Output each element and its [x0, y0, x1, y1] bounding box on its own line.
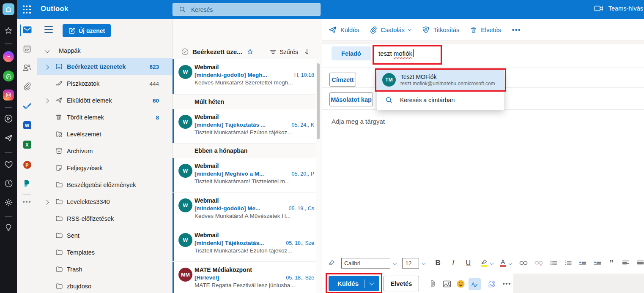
align-justify-icon[interactable] [637, 260, 644, 266]
insert-link-icon[interactable] [519, 260, 528, 266]
settings-gear-icon[interactable] [0, 198, 17, 207]
favorite-star-icon[interactable] [247, 48, 254, 55]
font-color-button[interactable]: A [500, 259, 506, 267]
paper-plane-icon[interactable] [0, 133, 17, 143]
clear-format-brush-icon[interactable] [328, 259, 336, 267]
folder-zbujdoso[interactable]: zbujdoso [37, 278, 173, 293]
select-all-icon[interactable] [181, 48, 189, 56]
message-row[interactable]: W Webmail [mindenki] Tájékoztatás...05. … [173, 227, 318, 262]
heart-icon[interactable] [0, 160, 17, 169]
chevron-down-icon[interactable] [393, 261, 397, 265]
folders-header[interactable]: Mappák [37, 43, 173, 58]
history-clock-icon[interactable] [0, 179, 17, 188]
outdent-icon[interactable] [579, 260, 586, 266]
discard-toolbar-button[interactable]: Elvetés [470, 26, 501, 34]
folder-deleted[interactable]: Törölt elemek 8 [37, 109, 173, 126]
attach-file-icon[interactable] [427, 278, 438, 289]
message-row[interactable]: MM MATE Médiaközpont [Hírlevél]05. 18., … [173, 262, 318, 293]
play-media-icon[interactable] [0, 114, 17, 124]
draw-text-icon[interactable]: A [469, 278, 481, 290]
more-options-icon[interactable]: ••• [512, 27, 521, 33]
teams-call-button[interactable]: Teams-hívás [594, 5, 643, 12]
folder-trash[interactable]: Trash [37, 261, 173, 278]
people-module-icon[interactable] [17, 63, 37, 72]
scrollbar-thumb[interactable] [317, 63, 320, 139]
subject-input[interactable]: Adja meg a tárgyat [332, 118, 385, 125]
more-apps-icon[interactable]: ••• [17, 198, 37, 205]
font-size-select[interactable]: 12 [402, 258, 419, 269]
powerpoint-module-icon[interactable]: P [17, 161, 37, 169]
search-directory-option[interactable]: Keresés a címtárban [377, 90, 504, 110]
attachments-module-icon[interactable] [17, 82, 37, 91]
chevron-down-icon[interactable] [422, 261, 426, 265]
bullet-list-icon[interactable] [550, 260, 557, 266]
underline-button[interactable]: U [466, 259, 471, 267]
calendar-module-icon[interactable] [17, 45, 37, 53]
home-icon[interactable] [3, 3, 14, 15]
emoji-icon[interactable] [455, 278, 466, 289]
message-row[interactable]: W Webmail [mindenki] Tájékoztatás ...05.… [173, 109, 318, 144]
send-options-chevron-icon[interactable] [369, 280, 374, 285]
chevron-right-icon[interactable] [45, 63, 48, 70]
bookmarks-star-icon[interactable] [0, 26, 17, 35]
bookings-module-icon[interactable] [17, 179, 37, 188]
excel-module-icon[interactable]: X [17, 141, 37, 149]
chevron-down-icon[interactable] [490, 261, 494, 265]
instagram-icon[interactable] [0, 90, 17, 100]
folder-junk[interactable]: Levélszemét [37, 126, 173, 143]
folder-drafts[interactable]: Piszkozatok 444 [37, 75, 173, 92]
message-row[interactable]: W Webmail [mindenki-godollo] Me...05. 19… [173, 193, 318, 227]
app-launcher-icon[interactable] [23, 5, 31, 14]
from-button[interactable]: Feladó [332, 46, 371, 60]
list-scrollbar[interactable] [316, 59, 321, 293]
folder-templates[interactable]: Templates [37, 244, 173, 261]
mail-module-icon[interactable] [17, 26, 37, 33]
chevron-right-icon[interactable] [45, 198, 48, 205]
discard-button[interactable]: Elvetés [384, 276, 419, 291]
send-toolbar-button[interactable]: Küldés [329, 26, 359, 33]
sort-arrow-icon[interactable] [304, 49, 310, 55]
lightbulb-icon[interactable] [0, 223, 17, 232]
todo-module-icon[interactable] [17, 102, 37, 110]
attach-toolbar-button[interactable]: Csatolás [370, 26, 411, 34]
highlight-button[interactable] [481, 259, 488, 267]
more-actions-icon[interactable]: ••• [501, 278, 513, 289]
cc-button[interactable]: Másolatot kap [329, 92, 373, 106]
search-input[interactable]: Keresés [173, 3, 321, 16]
align-left-icon[interactable] [622, 260, 629, 266]
bold-button[interactable]: B [436, 259, 441, 267]
new-message-button[interactable]: Új üzenet [63, 24, 111, 37]
italic-button[interactable]: I [452, 259, 455, 267]
folder-notes[interactable]: Feljegyzések [37, 160, 173, 176]
font-name-select[interactable]: Calibri [341, 258, 390, 269]
indent-icon[interactable] [594, 260, 601, 266]
suggestion-contact[interactable]: TM Teszt MOFiók teszt.mofiok@unimatehu.o… [377, 70, 504, 90]
messenger-icon[interactable] [0, 51, 17, 62]
encrypt-toolbar-button[interactable]: Titkosítás [422, 26, 460, 34]
hamburger-menu-icon[interactable] [44, 26, 53, 33]
send-button[interactable]: Küldés [329, 276, 379, 291]
folder-archive[interactable]: Archívum [37, 143, 173, 160]
word-module-icon[interactable]: W [17, 121, 37, 129]
folder-inbox[interactable]: Beérkezett üzenetek 623 [37, 58, 173, 75]
from-input-field[interactable]: teszt mofiók [378, 49, 414, 57]
insert-image-icon[interactable] [441, 278, 453, 289]
folder-rss[interactable]: RSS-előfizetések [37, 210, 173, 227]
chevron-down-icon[interactable] [508, 261, 512, 265]
rail-divider [5, 216, 12, 217]
filter-label[interactable]: Szűrés [280, 49, 298, 55]
folder-conversation-history[interactable]: Beszélgetési előzmények [37, 176, 173, 193]
blockquote-icon[interactable]: ” [609, 261, 614, 265]
numbered-list-icon[interactable] [565, 260, 572, 266]
chevron-right-icon[interactable] [45, 97, 48, 104]
loop-component-icon[interactable] [486, 278, 498, 289]
folder-levelektes3340[interactable]: Levelektes3340 [37, 193, 173, 210]
folder-sent-items[interactable]: Elküldött elemek 60 [37, 92, 173, 109]
folder-sent[interactable]: Sent [37, 227, 173, 244]
whatsapp-icon[interactable] [0, 71, 17, 81]
outlook-window: Outlook Keresés Teams-hívás [0, 0, 644, 293]
to-button[interactable]: Címzett [329, 73, 356, 87]
message-row[interactable]: W Webmail [mindenki-godollo] Megh...H, 1… [173, 59, 318, 95]
message-body-editor[interactable] [322, 134, 644, 254]
message-row[interactable]: W Webmail [mindenki] Meghívó a M...05. 2… [173, 158, 318, 193]
